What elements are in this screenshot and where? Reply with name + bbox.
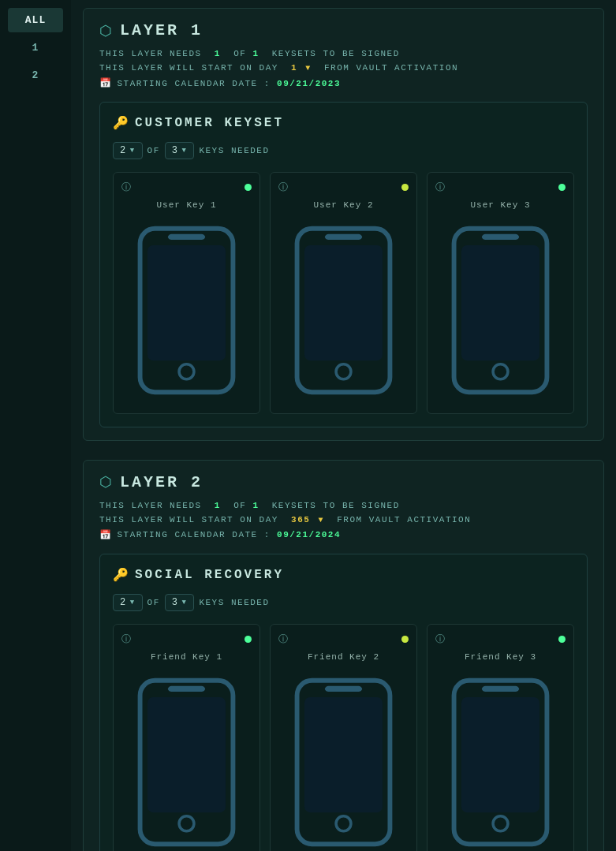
- layer2-key1-status-dot: [245, 636, 252, 643]
- svg-rect-13: [147, 697, 226, 812]
- layer1-key2-status-dot: [401, 184, 409, 191]
- svg-point-3: [179, 364, 194, 379]
- layer1-key3-phone-icon: [435, 219, 566, 405]
- sidebar-item-1[interactable]: 1: [8, 35, 63, 60]
- layer1-key-card-1: ⓘ User Key 1: [113, 172, 260, 414]
- layer1-needs-line: THIS LAYER NEEDS 1 OF 1 KEYSETS TO BE SI…: [99, 49, 588, 58]
- sidebar-item-all[interactable]: ALL: [8, 8, 63, 32]
- layer1-key2-label: User Key 2: [313, 200, 373, 210]
- layer1-calendar-icon: 📅: [99, 77, 113, 89]
- layer2-keys-needed-row: 2 ▼ OF 3 ▼ KEYS NEEDED: [113, 594, 574, 611]
- layer2-key1-info-icon[interactable]: ⓘ: [121, 633, 131, 646]
- main-content: ⬡ LAYER 1 THIS LAYER NEEDS 1 OF 1 KEYSET…: [71, 0, 616, 851]
- svg-rect-6: [325, 234, 362, 240]
- layer1-calendar-date: 09/21/2023: [277, 79, 341, 88]
- layer1-key3-header: ⓘ: [435, 181, 566, 194]
- svg-point-11: [493, 364, 508, 379]
- layer1-calendar-line: 📅 STARTING CALENDAR DATE : 09/21/2023: [99, 77, 588, 89]
- layer2-key3-label: Friend Key 3: [465, 652, 536, 662]
- svg-rect-21: [461, 697, 539, 812]
- layer2-key2-phone-icon: [278, 671, 409, 851]
- layer1-keyset-header: 🔑 CUSTOMER KEYSET: [113, 115, 574, 131]
- layer2-keys-label: KEYS NEEDED: [199, 598, 269, 607]
- layer1-keyset-icon: 🔑: [113, 115, 129, 131]
- layer1-key2-header: ⓘ: [278, 181, 409, 194]
- layer2-needs-line: THIS LAYER NEEDS 1 OF 1 KEYSETS TO BE SI…: [99, 501, 588, 510]
- layer1-key3-status-dot: [558, 184, 566, 191]
- layer2-key2-label: Friend Key 2: [308, 652, 379, 662]
- layer1-key-card-3: ⓘ User Key 3: [427, 172, 574, 414]
- layer2-key3-status-dot: [558, 636, 566, 643]
- layer2-calendar-line: 📅 STARTING CALENDAR DATE : 09/21/2024: [99, 529, 588, 541]
- layer1-header: ⬡ LAYER 1: [99, 21, 588, 39]
- layer2-header: ⬡ LAYER 2: [99, 473, 588, 491]
- layer2-card: ⬡ LAYER 2 THIS LAYER NEEDS 1 OF 1 KEYSET…: [83, 460, 604, 851]
- layer1-icon: ⬡: [99, 22, 112, 39]
- layer1-key2-info-icon[interactable]: ⓘ: [278, 181, 288, 194]
- layer2-keyset-header: 🔑 SOCIAL RECOVERY: [113, 567, 574, 583]
- layer2-key3-phone-icon: [435, 671, 566, 851]
- layer1-keys-needed-row: 2 ▼ OF 3 ▼ KEYS NEEDED: [113, 142, 574, 159]
- svg-rect-2: [168, 234, 205, 240]
- layer1-keys-of-dropdown[interactable]: 2 ▼: [113, 142, 143, 159]
- layer2-key2-info-icon[interactable]: ⓘ: [278, 633, 288, 646]
- layer2-keyset-title: SOCIAL RECOVERY: [135, 568, 284, 582]
- layer1-of-label: OF: [147, 146, 160, 155]
- svg-point-23: [493, 816, 508, 831]
- layer2-key-card-3: ⓘ Friend Key 3: [427, 624, 574, 851]
- svg-rect-10: [482, 234, 519, 240]
- layer1-key-card-2: ⓘ User Key 2: [270, 172, 417, 414]
- layer1-keys-label: KEYS NEEDED: [199, 146, 269, 155]
- layer2-calendar-date: 09/21/2024: [277, 530, 341, 539]
- layer1-keyset-title: CUSTOMER KEYSET: [135, 116, 284, 130]
- sidebar-item-2[interactable]: 2: [8, 63, 63, 88]
- svg-point-19: [336, 816, 351, 831]
- layer1-key1-phone-icon: [121, 219, 252, 405]
- layer1-key1-status-dot: [245, 184, 252, 191]
- layer1-key3-label: User Key 3: [470, 200, 530, 210]
- layer2-keys-total-dropdown[interactable]: 3 ▼: [165, 594, 195, 611]
- sidebar: ALL 1 2: [0, 0, 71, 851]
- svg-rect-17: [304, 697, 383, 812]
- layer1-keyset-box: 🔑 CUSTOMER KEYSET 2 ▼ OF 3 ▼ KEYS NEEDED: [99, 102, 588, 427]
- layer2-key-card-2: ⓘ Friend Key 2: [270, 624, 417, 851]
- layer1-card: ⬡ LAYER 1 THIS LAYER NEEDS 1 OF 1 KEYSET…: [83, 8, 604, 441]
- layer1-key1-info-icon[interactable]: ⓘ: [121, 181, 131, 194]
- layer1-startday-line: THIS LAYER WILL START ON DAY 1 ▼ FROM VA…: [99, 63, 588, 73]
- layer2-key1-label: Friend Key 1: [151, 652, 222, 662]
- layer2-keys-of-dropdown[interactable]: 2 ▼: [113, 594, 143, 611]
- svg-point-15: [179, 816, 194, 831]
- layer1-key1-label: User Key 1: [156, 200, 216, 210]
- layer2-keyset-icon: 🔑: [113, 567, 129, 583]
- layer2-key-card-1: ⓘ Friend Key 1: [113, 624, 260, 851]
- layer2-title: LAYER 2: [120, 473, 203, 491]
- svg-rect-22: [482, 686, 519, 692]
- layer2-startday-line: THIS LAYER WILL START ON DAY 365 ▼ FROM …: [99, 515, 588, 524]
- layer1-key1-header: ⓘ: [121, 181, 252, 194]
- layer2-key1-phone-icon: [121, 671, 252, 851]
- layer2-calendar-icon: 📅: [99, 529, 113, 541]
- layer2-keyset-box: 🔑 SOCIAL RECOVERY 2 ▼ OF 3 ▼ KEYS NEEDED: [99, 554, 588, 851]
- layer1-key3-info-icon[interactable]: ⓘ: [435, 181, 445, 194]
- svg-rect-9: [461, 245, 539, 360]
- layer2-key2-header: ⓘ: [278, 633, 409, 646]
- layer2-of-label: OF: [147, 598, 160, 607]
- svg-rect-1: [147, 245, 226, 360]
- layer1-keys-total-dropdown[interactable]: 3 ▼: [165, 142, 195, 159]
- layer2-key2-status-dot: [401, 636, 409, 643]
- svg-rect-18: [325, 686, 362, 692]
- layer1-title: LAYER 1: [120, 21, 203, 39]
- layer2-key3-header: ⓘ: [435, 633, 566, 646]
- svg-point-7: [336, 364, 351, 379]
- layer2-key3-info-icon[interactable]: ⓘ: [435, 633, 445, 646]
- layer1-key2-phone-icon: [278, 219, 409, 405]
- layer1-key-cards: ⓘ User Key 1 ⓘ: [113, 172, 574, 414]
- layer2-icon: ⬡: [99, 473, 112, 491]
- svg-rect-5: [304, 245, 383, 360]
- svg-rect-14: [168, 686, 205, 692]
- layer2-key1-header: ⓘ: [121, 633, 252, 646]
- layer2-key-cards: ⓘ Friend Key 1 ⓘ: [113, 624, 574, 851]
